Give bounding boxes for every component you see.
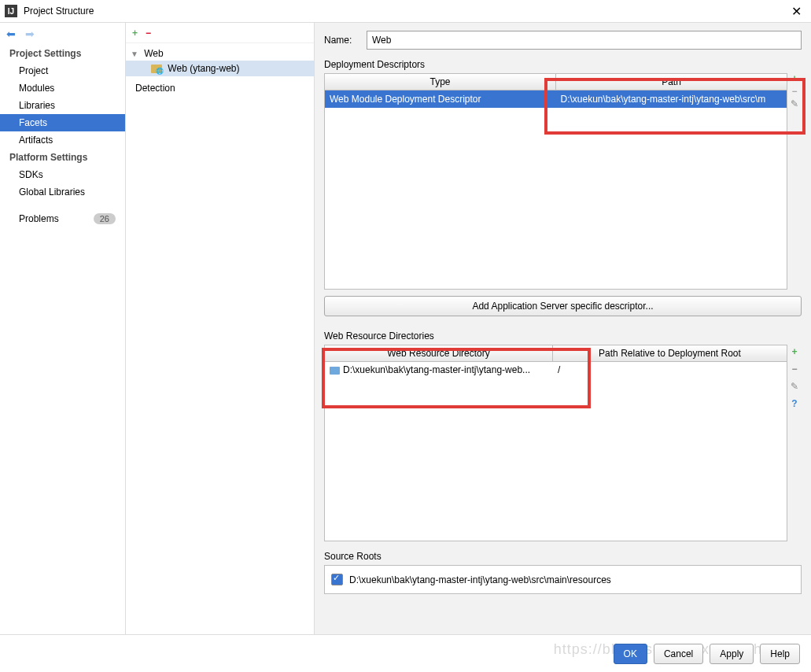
tree-child-web[interactable]: Web (ytang-web)	[126, 61, 314, 76]
wrd-col-directory[interactable]: Web Resource Directory	[325, 345, 553, 361]
facet-detail-panel: Name: Deployment Descriptors Type Path W…	[315, 23, 811, 634]
problems-count-badge: 26	[94, 213, 116, 224]
source-root-path: D:\xuekun\bak\ytang-master-intj\ytang-we…	[349, 574, 611, 585]
wrd-col-relative-path[interactable]: Path Relative to Deployment Root	[553, 345, 787, 361]
folder-icon	[330, 367, 340, 375]
app-icon: IJ	[5, 5, 17, 17]
wrd-edit-icon[interactable]: ✎	[791, 381, 798, 392]
nav-back-icon[interactable]: ⬅	[6, 28, 16, 40]
name-input[interactable]	[367, 31, 802, 50]
section-project-settings: Project Settings	[0, 45, 125, 62]
left-nav: ⬅ ➡ Project Settings Project Modules Lib…	[0, 23, 126, 634]
titlebar: IJ Project Structure ✕	[0, 0, 811, 22]
dd-col-type[interactable]: Type	[325, 74, 556, 90]
remove-facet-icon[interactable]: −	[146, 28, 151, 39]
cancel-button[interactable]: Cancel	[654, 644, 703, 664]
tree-root-web[interactable]: ▼ Web	[126, 46, 314, 61]
wrd-cell-directory: D:\xuekun\bak\ytang-master-intj\ytang-we…	[325, 362, 553, 378]
dd-cell-path: D:\xuekun\bak\ytang-master-intj\ytang-we…	[556, 90, 787, 108]
nav-modules[interactable]: Modules	[0, 79, 125, 97]
deployment-descriptors-table[interactable]: Type Path Web Module Deployment Descript…	[324, 73, 787, 290]
wrd-remove-icon[interactable]: −	[791, 364, 797, 375]
tree-root-label: Web	[144, 48, 163, 59]
wrd-help-icon[interactable]: ?	[791, 398, 797, 409]
caret-down-icon: ▼	[131, 50, 138, 58]
name-label: Name:	[324, 35, 360, 46]
web-resource-dirs-table[interactable]: Web Resource Directory Path Relative to …	[324, 345, 787, 541]
nav-project[interactable]: Project	[0, 62, 125, 79]
web-resource-dirs-label: Web Resource Directories	[324, 330, 802, 342]
section-platform-settings: Platform Settings	[0, 149, 125, 166]
close-icon[interactable]: ✕	[787, 4, 806, 19]
source-roots-box: D:\xuekun\bak\ytang-master-intj\ytang-we…	[324, 565, 802, 594]
tree-detection[interactable]: Detection	[126, 79, 314, 97]
apply-button[interactable]: Apply	[710, 644, 754, 664]
nav-facets[interactable]: Facets	[0, 114, 125, 131]
dd-add-icon[interactable]: +	[791, 75, 797, 83]
dd-col-path[interactable]: Path	[556, 74, 787, 90]
facet-tree-panel: + − ▼ Web Web (ytang-web) Detection	[126, 23, 315, 634]
add-server-descriptor-button[interactable]: Add Application Server specific descript…	[324, 296, 802, 316]
nav-libraries[interactable]: Libraries	[0, 97, 125, 114]
dialog-footer: OK Cancel Apply Help	[0, 634, 811, 672]
wrd-cell-relative-path: /	[553, 362, 787, 378]
dd-edit-icon[interactable]: ✎	[791, 100, 798, 108]
nav-global-libraries[interactable]: Global Libraries	[0, 183, 125, 201]
window-title: Project Structure	[24, 6, 787, 17]
web-facet-icon	[151, 65, 162, 73]
source-roots-label: Source Roots	[324, 551, 802, 562]
source-root-checkbox[interactable]	[331, 574, 343, 585]
dd-row[interactable]: Web Module Deployment Descriptor D:\xuek…	[325, 90, 787, 108]
deployment-descriptors-label: Deployment Descriptors	[324, 59, 802, 70]
wrd-row[interactable]: D:\xuekun\bak\ytang-master-intj\ytang-we…	[325, 362, 787, 378]
dd-cell-type: Web Module Deployment Descriptor	[325, 90, 556, 108]
dd-remove-icon[interactable]: −	[791, 87, 797, 95]
ok-button[interactable]: OK	[614, 644, 647, 664]
nav-sdks[interactable]: SDKs	[0, 166, 125, 183]
tree-child-label: Web (ytang-web)	[168, 63, 239, 74]
add-facet-icon[interactable]: +	[132, 28, 138, 39]
nav-forward-icon[interactable]: ➡	[25, 28, 35, 40]
dialog-body: ⬅ ➡ Project Settings Project Modules Lib…	[0, 22, 811, 634]
problems-label: Problems	[19, 213, 59, 224]
help-button[interactable]: Help	[760, 644, 800, 664]
nav-artifacts[interactable]: Artifacts	[0, 131, 125, 149]
nav-problems[interactable]: Problems 26	[0, 209, 125, 229]
wrd-add-icon[interactable]: +	[791, 346, 797, 357]
